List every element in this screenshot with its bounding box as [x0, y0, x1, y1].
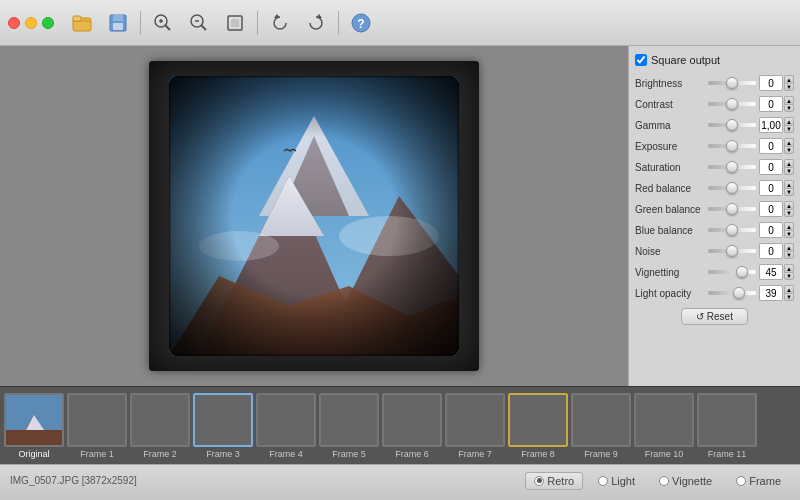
exposure-stepper-up[interactable]: ▲ — [784, 138, 794, 146]
film-item-original[interactable]: Original — [4, 393, 64, 459]
green-balance-stepper[interactable]: ▲ ▼ — [784, 201, 794, 217]
gamma-stepper-down[interactable]: ▼ — [784, 125, 794, 133]
saturation-stepper[interactable]: ▲ ▼ — [784, 159, 794, 175]
rotate-right-button[interactable] — [300, 7, 332, 39]
contrast-stepper-up[interactable]: ▲ — [784, 96, 794, 104]
red-balance-value: 0 — [759, 180, 783, 196]
svg-marker-14 — [274, 14, 280, 18]
film-item-frame11[interactable]: Frame 11 — [697, 393, 757, 459]
blue-balance-stepper-down[interactable]: ▼ — [784, 230, 794, 238]
contrast-stepper[interactable]: ▲ ▼ — [784, 96, 794, 112]
frame11-thumb[interactable] — [697, 393, 757, 447]
frame7-thumb[interactable] — [445, 393, 505, 447]
gamma-stepper[interactable]: ▲ ▼ — [784, 117, 794, 133]
frame11-label: Frame 11 — [708, 449, 747, 459]
tab-retro[interactable]: Retro — [525, 472, 583, 490]
maximize-button[interactable] — [42, 17, 54, 29]
red-balance-slider[interactable] — [708, 186, 756, 190]
film-item-frame6[interactable]: Frame 6 — [382, 393, 442, 459]
light-opacity-stepper-up[interactable]: ▲ — [784, 285, 794, 293]
brightness-stepper-up[interactable]: ▲ — [784, 75, 794, 83]
film-item-frame5[interactable]: Frame 5 — [319, 393, 379, 459]
tab-frame[interactable]: Frame — [727, 472, 790, 490]
help-button[interactable]: ? — [345, 7, 377, 39]
film-item-frame8[interactable]: Frame 8 — [508, 393, 568, 459]
noise-label: Noise — [635, 246, 705, 257]
retro-tab-label: Retro — [547, 475, 574, 487]
frame9-thumb[interactable] — [571, 393, 631, 447]
vignetting-slider[interactable] — [708, 270, 756, 274]
frame8-thumb[interactable] — [508, 393, 568, 447]
film-item-frame7[interactable]: Frame 7 — [445, 393, 505, 459]
frame6-thumb[interactable] — [382, 393, 442, 447]
tab-light[interactable]: Light — [589, 472, 644, 490]
blue-balance-slider[interactable] — [708, 228, 756, 232]
separator-3 — [338, 11, 339, 35]
fit-button[interactable] — [219, 7, 251, 39]
reset-button[interactable]: ↺ Reset — [681, 308, 748, 325]
gamma-slider[interactable] — [708, 123, 756, 127]
film-item-frame2[interactable]: Frame 2 — [130, 393, 190, 459]
brightness-stepper[interactable]: ▲ ▼ — [784, 75, 794, 91]
frame2-thumb[interactable] — [130, 393, 190, 447]
film-item-frame9[interactable]: Frame 9 — [571, 393, 631, 459]
light-opacity-stepper-down[interactable]: ▼ — [784, 293, 794, 301]
frame5-thumb[interactable] — [319, 393, 379, 447]
blue-balance-stepper[interactable]: ▲ ▼ — [784, 222, 794, 238]
minimize-button[interactable] — [25, 17, 37, 29]
frame10-thumb[interactable] — [634, 393, 694, 447]
green-balance-slider[interactable] — [708, 207, 756, 211]
square-output-checkbox[interactable] — [635, 54, 647, 66]
vignetting-stepper-down[interactable]: ▼ — [784, 272, 794, 280]
open-button[interactable] — [66, 7, 98, 39]
red-balance-stepper-up[interactable]: ▲ — [784, 180, 794, 188]
noise-stepper[interactable]: ▲ ▼ — [784, 243, 794, 259]
film-item-frame10[interactable]: Frame 10 — [634, 393, 694, 459]
red-balance-stepper[interactable]: ▲ ▼ — [784, 180, 794, 196]
traffic-lights — [8, 17, 54, 29]
vignette-radio[interactable] — [659, 476, 669, 486]
retro-radio[interactable] — [534, 476, 544, 486]
frame4-thumb[interactable] — [256, 393, 316, 447]
noise-slider[interactable] — [708, 249, 756, 253]
noise-stepper-down[interactable]: ▼ — [784, 251, 794, 259]
red-balance-stepper-down[interactable]: ▼ — [784, 188, 794, 196]
blue-balance-stepper-up[interactable]: ▲ — [784, 222, 794, 230]
light-radio[interactable] — [598, 476, 608, 486]
saturation-stepper-down[interactable]: ▼ — [784, 167, 794, 175]
light-opacity-slider[interactable] — [708, 291, 756, 295]
contrast-slider[interactable] — [708, 102, 756, 106]
film-item-frame3[interactable]: Frame 3 — [193, 393, 253, 459]
exposure-slider[interactable] — [708, 144, 756, 148]
saturation-stepper-up[interactable]: ▲ — [784, 159, 794, 167]
tab-vignette[interactable]: Vignette — [650, 472, 721, 490]
zoom-in-button[interactable] — [147, 7, 179, 39]
saturation-slider[interactable] — [708, 165, 756, 169]
green-balance-row: Green balance 0 ▲ ▼ — [635, 200, 794, 218]
zoom-out-button[interactable] — [183, 7, 215, 39]
contrast-stepper-down[interactable]: ▼ — [784, 104, 794, 112]
vignetting-stepper[interactable]: ▲ ▼ — [784, 264, 794, 280]
film-item-frame4[interactable]: Frame 4 — [256, 393, 316, 459]
svg-rect-4 — [113, 23, 123, 30]
frame1-thumb[interactable] — [67, 393, 127, 447]
saturation-label: Saturation — [635, 162, 705, 173]
exposure-stepper-down[interactable]: ▼ — [784, 146, 794, 154]
film-item-frame1[interactable]: Frame 1 — [67, 393, 127, 459]
gamma-stepper-up[interactable]: ▲ — [784, 117, 794, 125]
frame-radio[interactable] — [736, 476, 746, 486]
save-button[interactable] — [102, 7, 134, 39]
noise-stepper-up[interactable]: ▲ — [784, 243, 794, 251]
original-thumb[interactable] — [4, 393, 64, 447]
frame3-thumb[interactable] — [193, 393, 253, 447]
close-button[interactable] — [8, 17, 20, 29]
blue-balance-label: Blue balance — [635, 225, 705, 236]
green-balance-stepper-down[interactable]: ▼ — [784, 209, 794, 217]
exposure-stepper[interactable]: ▲ ▼ — [784, 138, 794, 154]
vignetting-stepper-up[interactable]: ▲ — [784, 264, 794, 272]
light-opacity-stepper[interactable]: ▲ ▼ — [784, 285, 794, 301]
brightness-stepper-down[interactable]: ▼ — [784, 83, 794, 91]
rotate-left-button[interactable] — [264, 7, 296, 39]
brightness-slider[interactable] — [708, 81, 756, 85]
green-balance-stepper-up[interactable]: ▲ — [784, 201, 794, 209]
